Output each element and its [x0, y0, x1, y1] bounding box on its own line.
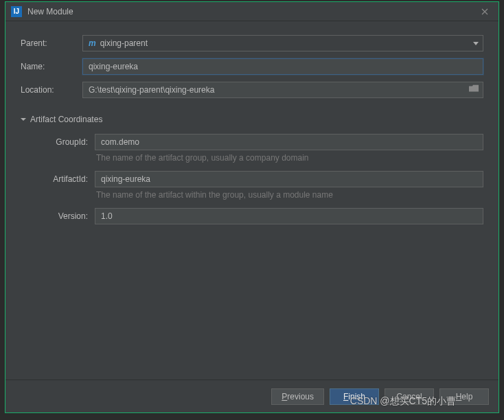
- window-title: New Module: [27, 7, 73, 16]
- folder-icon[interactable]: [469, 85, 479, 95]
- parent-label: Parent:: [21, 38, 76, 48]
- location-row: Location: G:\test\qixing-parent\qixing-e…: [21, 82, 483, 98]
- artifactid-input[interactable]: qixing-eureka: [95, 171, 483, 187]
- dialog-content: Parent: m qixing-parent Name: qixing-eur…: [5, 21, 499, 380]
- help-button[interactable]: Help: [439, 388, 489, 405]
- parent-row: Parent: m qixing-parent: [21, 35, 483, 51]
- group-row: GroupId: com.demo: [33, 134, 483, 150]
- parent-dropdown[interactable]: m qixing-parent: [82, 35, 483, 51]
- group-hint: The name of the artifact group, usually …: [33, 153, 483, 163]
- parent-value: qixing-parent: [100, 38, 148, 48]
- artifactid-row: ArtifactId: qixing-eureka: [33, 171, 483, 187]
- group-label: GroupId:: [33, 137, 88, 147]
- name-value: qixing-eureka: [89, 62, 138, 71]
- button-bar: Previous Finish Cancel Help: [5, 380, 499, 412]
- cancel-button[interactable]: Cancel: [385, 388, 434, 405]
- previous-button[interactable]: Previous: [271, 388, 324, 405]
- version-row: Version: 1.0: [33, 208, 483, 224]
- artifact-section-title: Artifact Coordinates: [30, 115, 102, 124]
- new-module-dialog: IJ New Module Parent: m qixing-parent Na…: [5, 1, 499, 413]
- artifact-section: Artifact Coordinates GroupId: com.demo T…: [21, 115, 483, 224]
- location-label: Location:: [21, 85, 76, 95]
- group-input[interactable]: com.demo: [95, 134, 483, 150]
- name-label: Name:: [21, 62, 76, 71]
- artifact-fields: GroupId: com.demo The name of the artifa…: [21, 134, 483, 224]
- chevron-down-icon: [473, 38, 479, 48]
- artifact-section-header[interactable]: Artifact Coordinates: [21, 115, 483, 124]
- artifactid-hint: The name of the artifact within the grou…: [33, 190, 483, 200]
- spacer: [21, 231, 483, 373]
- app-icon: IJ: [11, 6, 22, 17]
- module-type-icon: m: [89, 38, 96, 48]
- name-row: Name: qixing-eureka: [21, 58, 483, 75]
- version-value: 1.0: [101, 211, 113, 221]
- location-value: G:\test\qixing-parent\qixing-eureka: [89, 85, 214, 95]
- close-button[interactable]: [477, 3, 493, 20]
- name-input[interactable]: qixing-eureka: [82, 58, 483, 75]
- artifactid-value: qixing-eureka: [101, 174, 150, 184]
- close-icon: [481, 8, 488, 15]
- version-input[interactable]: 1.0: [95, 208, 483, 224]
- group-value: com.demo: [101, 137, 139, 147]
- chevron-down-icon: [21, 115, 26, 124]
- version-label: Version:: [33, 211, 88, 221]
- location-input[interactable]: G:\test\qixing-parent\qixing-eureka: [82, 82, 483, 98]
- titlebar: IJ New Module: [5, 2, 499, 21]
- artifactid-label: ArtifactId:: [33, 174, 88, 184]
- finish-button[interactable]: Finish: [330, 388, 379, 405]
